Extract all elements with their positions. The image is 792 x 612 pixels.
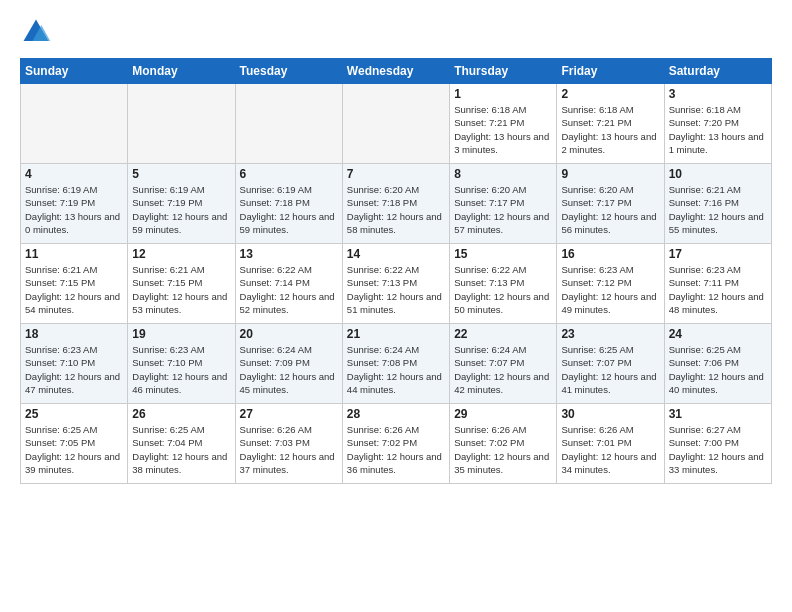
day-info: Sunrise: 6:22 AMSunset: 7:13 PMDaylight:… [454,263,552,316]
day-number: 8 [454,167,552,181]
day-info: Sunrise: 6:24 AMSunset: 7:09 PMDaylight:… [240,343,338,396]
calendar-cell [342,84,449,164]
calendar-header-sunday: Sunday [21,59,128,84]
calendar-cell: 13Sunrise: 6:22 AMSunset: 7:14 PMDayligh… [235,244,342,324]
calendar-cell: 24Sunrise: 6:25 AMSunset: 7:06 PMDayligh… [664,324,771,404]
day-number: 6 [240,167,338,181]
calendar-cell: 2Sunrise: 6:18 AMSunset: 7:21 PMDaylight… [557,84,664,164]
calendar-cell: 26Sunrise: 6:25 AMSunset: 7:04 PMDayligh… [128,404,235,484]
calendar-cell: 28Sunrise: 6:26 AMSunset: 7:02 PMDayligh… [342,404,449,484]
calendar-week-4: 18Sunrise: 6:23 AMSunset: 7:10 PMDayligh… [21,324,772,404]
day-info: Sunrise: 6:21 AMSunset: 7:15 PMDaylight:… [132,263,230,316]
day-info: Sunrise: 6:21 AMSunset: 7:15 PMDaylight:… [25,263,123,316]
day-number: 13 [240,247,338,261]
day-info: Sunrise: 6:19 AMSunset: 7:19 PMDaylight:… [132,183,230,236]
calendar-week-5: 25Sunrise: 6:25 AMSunset: 7:05 PMDayligh… [21,404,772,484]
calendar-cell: 18Sunrise: 6:23 AMSunset: 7:10 PMDayligh… [21,324,128,404]
day-info: Sunrise: 6:25 AMSunset: 7:06 PMDaylight:… [669,343,767,396]
day-info: Sunrise: 6:23 AMSunset: 7:12 PMDaylight:… [561,263,659,316]
day-number: 19 [132,327,230,341]
day-info: Sunrise: 6:27 AMSunset: 7:00 PMDaylight:… [669,423,767,476]
calendar-cell: 29Sunrise: 6:26 AMSunset: 7:02 PMDayligh… [450,404,557,484]
calendar-cell: 25Sunrise: 6:25 AMSunset: 7:05 PMDayligh… [21,404,128,484]
calendar-cell: 22Sunrise: 6:24 AMSunset: 7:07 PMDayligh… [450,324,557,404]
calendar-cell: 14Sunrise: 6:22 AMSunset: 7:13 PMDayligh… [342,244,449,324]
calendar-cell: 27Sunrise: 6:26 AMSunset: 7:03 PMDayligh… [235,404,342,484]
day-number: 16 [561,247,659,261]
day-info: Sunrise: 6:25 AMSunset: 7:07 PMDaylight:… [561,343,659,396]
day-number: 20 [240,327,338,341]
day-info: Sunrise: 6:20 AMSunset: 7:17 PMDaylight:… [561,183,659,236]
calendar-cell: 5Sunrise: 6:19 AMSunset: 7:19 PMDaylight… [128,164,235,244]
day-number: 9 [561,167,659,181]
calendar-cell: 8Sunrise: 6:20 AMSunset: 7:17 PMDaylight… [450,164,557,244]
calendar-table: SundayMondayTuesdayWednesdayThursdayFrid… [20,58,772,484]
day-info: Sunrise: 6:26 AMSunset: 7:01 PMDaylight:… [561,423,659,476]
day-info: Sunrise: 6:22 AMSunset: 7:14 PMDaylight:… [240,263,338,316]
calendar-header-saturday: Saturday [664,59,771,84]
day-number: 15 [454,247,552,261]
calendar-cell: 21Sunrise: 6:24 AMSunset: 7:08 PMDayligh… [342,324,449,404]
day-info: Sunrise: 6:25 AMSunset: 7:04 PMDaylight:… [132,423,230,476]
day-number: 22 [454,327,552,341]
day-number: 31 [669,407,767,421]
day-info: Sunrise: 6:21 AMSunset: 7:16 PMDaylight:… [669,183,767,236]
day-info: Sunrise: 6:24 AMSunset: 7:08 PMDaylight:… [347,343,445,396]
calendar-cell: 15Sunrise: 6:22 AMSunset: 7:13 PMDayligh… [450,244,557,324]
calendar-cell: 20Sunrise: 6:24 AMSunset: 7:09 PMDayligh… [235,324,342,404]
day-number: 11 [25,247,123,261]
day-number: 5 [132,167,230,181]
day-info: Sunrise: 6:18 AMSunset: 7:21 PMDaylight:… [561,103,659,156]
day-number: 26 [132,407,230,421]
calendar-cell: 19Sunrise: 6:23 AMSunset: 7:10 PMDayligh… [128,324,235,404]
day-number: 17 [669,247,767,261]
calendar-cell [235,84,342,164]
calendar-cell: 6Sunrise: 6:19 AMSunset: 7:18 PMDaylight… [235,164,342,244]
day-info: Sunrise: 6:20 AMSunset: 7:18 PMDaylight:… [347,183,445,236]
calendar-cell: 23Sunrise: 6:25 AMSunset: 7:07 PMDayligh… [557,324,664,404]
day-info: Sunrise: 6:19 AMSunset: 7:19 PMDaylight:… [25,183,123,236]
calendar-header-wednesday: Wednesday [342,59,449,84]
day-info: Sunrise: 6:24 AMSunset: 7:07 PMDaylight:… [454,343,552,396]
calendar-header-monday: Monday [128,59,235,84]
day-number: 14 [347,247,445,261]
calendar-cell: 17Sunrise: 6:23 AMSunset: 7:11 PMDayligh… [664,244,771,324]
logo-icon [20,16,52,48]
day-number: 29 [454,407,552,421]
day-number: 24 [669,327,767,341]
logo [20,16,56,48]
day-number: 7 [347,167,445,181]
day-number: 28 [347,407,445,421]
day-info: Sunrise: 6:26 AMSunset: 7:02 PMDaylight:… [454,423,552,476]
day-number: 4 [25,167,123,181]
calendar-cell: 12Sunrise: 6:21 AMSunset: 7:15 PMDayligh… [128,244,235,324]
day-number: 18 [25,327,123,341]
day-number: 30 [561,407,659,421]
calendar-cell: 16Sunrise: 6:23 AMSunset: 7:12 PMDayligh… [557,244,664,324]
calendar-cell [21,84,128,164]
calendar-header-row: SundayMondayTuesdayWednesdayThursdayFrid… [21,59,772,84]
calendar-cell: 7Sunrise: 6:20 AMSunset: 7:18 PMDaylight… [342,164,449,244]
calendar-header-thursday: Thursday [450,59,557,84]
day-number: 10 [669,167,767,181]
calendar-week-3: 11Sunrise: 6:21 AMSunset: 7:15 PMDayligh… [21,244,772,324]
day-info: Sunrise: 6:23 AMSunset: 7:10 PMDaylight:… [132,343,230,396]
day-number: 25 [25,407,123,421]
header [20,16,772,48]
calendar-cell [128,84,235,164]
day-number: 12 [132,247,230,261]
day-info: Sunrise: 6:18 AMSunset: 7:20 PMDaylight:… [669,103,767,156]
calendar-cell: 30Sunrise: 6:26 AMSunset: 7:01 PMDayligh… [557,404,664,484]
calendar-header-friday: Friday [557,59,664,84]
calendar-cell: 31Sunrise: 6:27 AMSunset: 7:00 PMDayligh… [664,404,771,484]
day-info: Sunrise: 6:18 AMSunset: 7:21 PMDaylight:… [454,103,552,156]
day-number: 27 [240,407,338,421]
calendar-cell: 11Sunrise: 6:21 AMSunset: 7:15 PMDayligh… [21,244,128,324]
day-info: Sunrise: 6:26 AMSunset: 7:03 PMDaylight:… [240,423,338,476]
day-number: 1 [454,87,552,101]
calendar-cell: 4Sunrise: 6:19 AMSunset: 7:19 PMDaylight… [21,164,128,244]
day-number: 23 [561,327,659,341]
day-info: Sunrise: 6:20 AMSunset: 7:17 PMDaylight:… [454,183,552,236]
calendar-cell: 1Sunrise: 6:18 AMSunset: 7:21 PMDaylight… [450,84,557,164]
calendar-week-2: 4Sunrise: 6:19 AMSunset: 7:19 PMDaylight… [21,164,772,244]
